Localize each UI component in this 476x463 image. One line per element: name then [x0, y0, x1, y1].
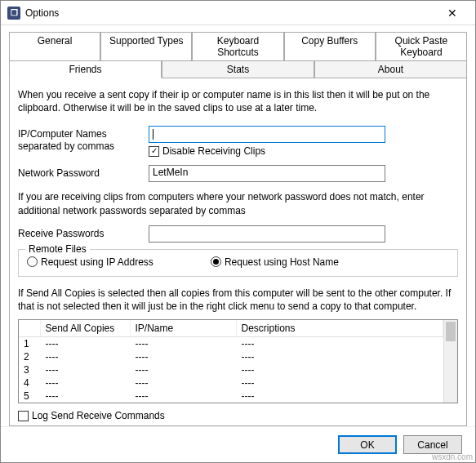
log-commands-row[interactable]: Log Send Receive Commands [18, 410, 458, 421]
intro-text: When you receive a sent copy if their ip… [18, 88, 458, 114]
network-password-input[interactable]: LetMeIn [149, 165, 385, 182]
tab-about[interactable]: About [314, 60, 467, 78]
password-help-text: If you are receiving clips from computer… [18, 190, 458, 216]
grid-header-send-all[interactable]: Send All Copies [40, 320, 130, 337]
radio-host-name-label: Request using Host Name [225, 256, 339, 268]
remote-files-group: Remote Files Request using IP Address Re… [18, 249, 458, 277]
tab-quick-paste-keyboard[interactable]: Quick Paste Keyboard [376, 32, 467, 60]
grid-header-ip-name[interactable]: IP/Name [130, 320, 236, 337]
grid-header-num[interactable] [19, 320, 40, 337]
close-button[interactable]: ✕ [436, 2, 469, 24]
titlebar: ❐ Options ✕ [1, 1, 475, 25]
receive-passwords-input[interactable] [149, 225, 385, 243]
options-window: ❐ Options ✕ General Supported Types Keyb… [0, 0, 476, 463]
ip-names-row: IP/Computer Names separated by commas ✓ … [18, 126, 458, 157]
tabs-row-1: General Supported Types Keyboard Shortcu… [9, 32, 467, 60]
tabs-row-2: Friends Stats About [9, 60, 467, 78]
scroll-thumb[interactable] [446, 322, 456, 341]
ok-button[interactable]: OK [338, 435, 397, 454]
disable-receiving-checkbox[interactable]: ✓ [149, 146, 159, 157]
send-grid[interactable]: Send All Copies IP/Name Descriptions 1--… [19, 320, 443, 403]
table-row[interactable]: 4------------ [19, 376, 443, 390]
tab-supported-types[interactable]: Supported Types [100, 32, 192, 60]
radio-host-name[interactable]: Request using Host Name [211, 256, 339, 268]
radio-ip-address-circle [27, 256, 38, 267]
network-password-row: Network Password LetMeIn [18, 165, 458, 182]
friends-panel: When you receive a sent copy if their ip… [9, 78, 467, 426]
log-commands-checkbox[interactable] [18, 411, 29, 421]
receive-passwords-label: Receive Passwords [18, 225, 149, 240]
dialog-footer: OK Cancel [1, 426, 475, 462]
send-grid-container: Send All Copies IP/Name Descriptions 1--… [18, 319, 458, 403]
window-title: Options [25, 7, 436, 19]
tab-keyboard-shortcuts[interactable]: Keyboard Shortcuts [192, 32, 283, 60]
radio-ip-address-label: Request using IP Address [41, 256, 153, 268]
table-row[interactable]: 5------------ [19, 390, 443, 403]
grid-header-descriptions[interactable]: Descriptions [236, 320, 443, 337]
app-icon: ❐ [7, 7, 20, 20]
content-area: General Supported Types Keyboard Shortcu… [1, 25, 475, 426]
table-row[interactable]: 3------------ [19, 363, 443, 376]
cancel-button[interactable]: Cancel [403, 435, 462, 454]
disable-receiving-label: Disable Receiving Clips [162, 145, 265, 157]
disable-receiving-row[interactable]: ✓ Disable Receiving Clips [149, 145, 458, 157]
receive-passwords-row: Receive Passwords [18, 225, 458, 243]
send-all-description: If Send All Copies is selected then all … [18, 287, 458, 313]
tab-copy-buffers[interactable]: Copy Buffers [284, 32, 376, 60]
log-commands-label: Log Send Receive Commands [32, 410, 165, 421]
remote-files-legend: Remote Files [25, 243, 90, 255]
radio-ip-address[interactable]: Request using IP Address [27, 256, 153, 268]
watermark: wsxdn.com [432, 452, 473, 461]
tab-stats[interactable]: Stats [162, 60, 314, 78]
tab-general[interactable]: General [9, 32, 100, 60]
radio-host-name-circle [211, 256, 221, 267]
table-row[interactable]: 1------------ [19, 337, 443, 351]
tab-friends[interactable]: Friends [9, 60, 162, 78]
ip-names-label: IP/Computer Names separated by commas [18, 126, 149, 153]
grid-header-row: Send All Copies IP/Name Descriptions [19, 320, 443, 337]
network-password-label: Network Password [18, 165, 149, 180]
ip-names-input[interactable] [149, 126, 385, 143]
table-row[interactable]: 2------------ [19, 350, 443, 363]
grid-scrollbar[interactable] [443, 320, 457, 403]
